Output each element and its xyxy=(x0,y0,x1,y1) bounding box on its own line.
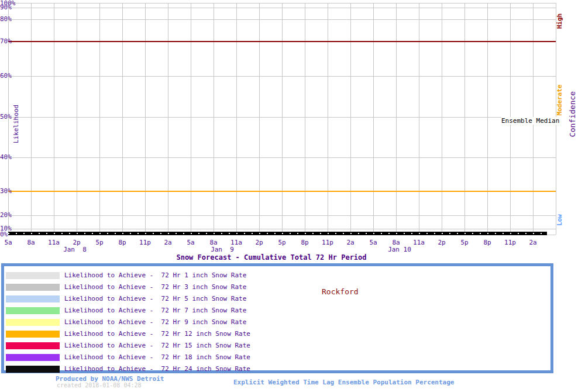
legend-color-swatch xyxy=(6,366,60,373)
x-tick-label: 8p xyxy=(301,239,308,246)
confidence-level-label: Moderate xyxy=(556,85,563,116)
vertical-gridline xyxy=(350,3,351,235)
legend-item-label: Likelihood to Achieve - 72 Hr 9 inch Sno… xyxy=(64,318,246,326)
legend-item-label: Likelihood to Achieve - 72 Hr 3 inch Sno… xyxy=(64,283,246,291)
vertical-gridline xyxy=(145,3,146,235)
y-tick-label: 20% xyxy=(0,212,12,218)
x-tick-label: 11p xyxy=(504,239,516,246)
x-tick-label: 2a xyxy=(164,239,171,246)
day-label: Jan 8 xyxy=(63,246,87,253)
horizontal-gridline xyxy=(8,3,556,4)
high-threshold-line xyxy=(8,41,556,42)
legend-item: Likelihood to Achieve - 72 Hr 24 inch Sn… xyxy=(6,363,357,375)
legend-color-swatch xyxy=(6,342,60,349)
vertical-gridline xyxy=(122,3,123,235)
vertical-gridline xyxy=(236,3,237,235)
creation-timestamp: created 2018-01-08 04:28 xyxy=(57,383,142,388)
vertical-gridline xyxy=(31,3,32,235)
y-axis-title: Likelihood xyxy=(13,105,19,143)
ensemble-median-label: Ensemble Median xyxy=(501,117,559,125)
y-tick-label: 70% xyxy=(0,38,12,44)
chart-title: Snow Forecast - Cumulative Total 72 Hr P… xyxy=(0,253,543,262)
vertical-gridline xyxy=(282,3,283,235)
legend-item-label: Likelihood to Achieve - 72 Hr 24 inch Sn… xyxy=(64,365,250,373)
legend-color-swatch xyxy=(6,284,60,291)
legend-item: Likelihood to Achieve - 72 Hr 9 inch Sno… xyxy=(6,317,357,328)
legend-color-swatch xyxy=(6,295,60,302)
horizontal-gridline xyxy=(8,229,556,229)
x-tick-label: 2p xyxy=(438,239,445,246)
legend-item: Likelihood to Achieve - 72 Hr 3 inch Sno… xyxy=(6,281,357,293)
legend-color-swatch xyxy=(6,307,60,314)
snow-forecast-panel: 100%90%80%70%60%50%40%30%20%10%0% 5a8a11… xyxy=(0,0,585,392)
legend-item: Likelihood to Achieve - 72 Hr 18 inch Sn… xyxy=(6,352,357,363)
vertical-gridline xyxy=(328,3,328,235)
ensemble-median-line xyxy=(8,232,547,235)
vertical-gridline xyxy=(487,3,488,235)
y-tick-label: 0% xyxy=(0,231,8,238)
horizontal-gridline xyxy=(8,157,556,158)
vertical-gridline xyxy=(168,3,168,235)
legend-item: Likelihood to Achieve - 72 Hr 7 inch Sno… xyxy=(6,305,357,317)
y-tick-label: 60% xyxy=(0,73,12,79)
y-tick-label: 50% xyxy=(0,114,12,120)
confidence-level-label: Low xyxy=(556,214,563,226)
x-tick-label: 2p xyxy=(255,239,263,246)
y-tick-label: 80% xyxy=(0,16,12,22)
vertical-gridline xyxy=(464,3,465,235)
x-tick-label: 11p xyxy=(139,239,151,246)
legend-item-label: Likelihood to Achieve - 72 Hr 7 inch Sno… xyxy=(64,307,246,314)
legend-color-swatch xyxy=(6,354,60,361)
hourly-tick-marks xyxy=(8,233,547,234)
x-tick-label: 11a xyxy=(48,239,60,246)
legend-item-label: Likelihood to Achieve - 72 Hr 1 inch Sno… xyxy=(64,271,246,279)
legend-box: Likelihood to Achieve - 72 Hr 1 inch Sno… xyxy=(1,263,553,373)
x-tick-label: 8a xyxy=(27,239,35,246)
location-label: Rockford xyxy=(322,287,359,296)
legend-item: Likelihood to Achieve - 72 Hr 5 inch Sno… xyxy=(6,293,357,305)
horizontal-gridline xyxy=(8,8,556,8)
moderate-threshold-line xyxy=(8,191,556,192)
horizontal-gridline xyxy=(8,215,556,216)
x-tick-label: 5p xyxy=(95,239,103,246)
legend-item: Likelihood to Achieve - 72 Hr 12 inch Sn… xyxy=(6,328,357,340)
method-caption: Explicit Weighted Time Lag Ensemble Popu… xyxy=(233,379,455,386)
vertical-gridline xyxy=(442,3,442,235)
x-tick-label: 5a xyxy=(369,239,377,246)
legend-item-label: Likelihood to Achieve - 72 Hr 5 inch Sno… xyxy=(64,295,246,302)
legend-item-label: Likelihood to Achieve - 72 Hr 15 inch Sn… xyxy=(64,342,250,349)
horizontal-gridline xyxy=(8,117,556,118)
x-tick-label: 2a xyxy=(346,239,354,246)
x-tick-label: 8p xyxy=(483,239,491,246)
producer-credit: Produced by NOAA/NWS Detroit xyxy=(56,376,164,382)
legend-item-label: Likelihood to Achieve - 72 Hr 18 inch Sn… xyxy=(64,353,250,361)
vertical-gridline xyxy=(259,3,260,235)
vertical-gridline xyxy=(419,3,419,235)
vertical-gridline xyxy=(373,3,374,235)
confidence-level-label: High xyxy=(556,13,563,29)
y-tick-label: 30% xyxy=(0,188,12,194)
vertical-gridline xyxy=(77,3,77,235)
x-tick-label: 2a xyxy=(529,239,536,246)
vertical-gridline xyxy=(214,3,214,235)
vertical-gridline xyxy=(305,3,305,235)
y-tick-label: 90% xyxy=(0,4,12,11)
x-tick-label: 5a xyxy=(187,239,194,246)
day-label: Jan 10 xyxy=(388,246,411,253)
y-tick-label: 40% xyxy=(0,154,12,160)
x-tick-label: 11a xyxy=(413,239,425,246)
plot-area: 100%90%80%70%60%50%40%30%20%10%0% 5a8a11… xyxy=(0,0,585,252)
legend-item: Likelihood to Achieve - 72 Hr 15 inch Sn… xyxy=(6,340,357,352)
x-tick-label: 11p xyxy=(322,239,333,246)
right-axis-title: Confidence xyxy=(569,91,576,137)
day-label: Jan 9 xyxy=(211,246,234,253)
horizontal-gridline xyxy=(8,19,556,20)
legend-color-swatch xyxy=(6,331,60,338)
x-tick-label: 5a xyxy=(4,239,12,246)
legend-item: Likelihood to Achieve - 72 Hr 1 inch Sno… xyxy=(6,270,357,281)
vertical-gridline xyxy=(191,3,191,235)
x-tick-label: 5p xyxy=(278,239,285,246)
legend-color-swatch xyxy=(6,272,60,279)
x-tick-label: 8p xyxy=(118,239,126,246)
legend-color-swatch xyxy=(6,319,60,326)
